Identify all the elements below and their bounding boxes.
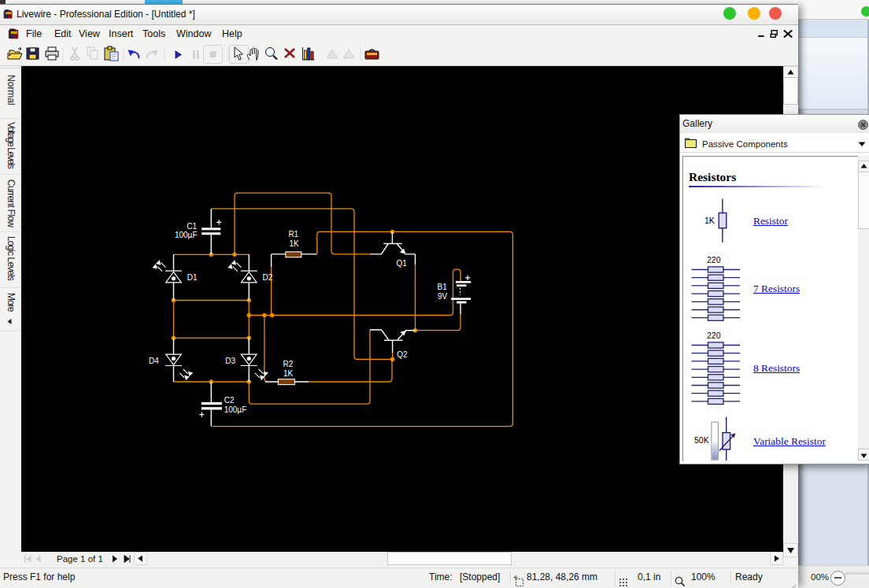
svg-text:D3: D3 — [225, 357, 235, 365]
svg-text:9V: 9V — [438, 292, 448, 301]
svg-text:B1: B1 — [438, 283, 448, 291]
svg-text:D1: D1 — [187, 273, 198, 282]
svg-text:100µF: 100µF — [175, 231, 198, 239]
svg-text:220: 220 — [707, 255, 721, 264]
svg-text:R2: R2 — [283, 360, 294, 368]
svg-text:1K: 1K — [283, 369, 294, 378]
svg-text:D2: D2 — [263, 273, 273, 282]
svg-text:100µF: 100µF — [224, 405, 247, 414]
svg-text:50K: 50K — [694, 435, 709, 445]
svg-text:D4: D4 — [149, 357, 159, 365]
svg-text:Q1: Q1 — [396, 259, 407, 268]
svg-text:1K: 1K — [704, 216, 715, 225]
svg-text:1K: 1K — [289, 239, 299, 248]
svg-text:220: 220 — [707, 331, 721, 340]
svg-text:Page 1 of 1: Page 1 of 1 — [57, 554, 103, 564]
svg-text:C2: C2 — [224, 396, 235, 405]
svg-text:C1: C1 — [187, 222, 197, 231]
svg-text:R1: R1 — [288, 230, 298, 239]
svg-text:Q2: Q2 — [397, 350, 408, 359]
